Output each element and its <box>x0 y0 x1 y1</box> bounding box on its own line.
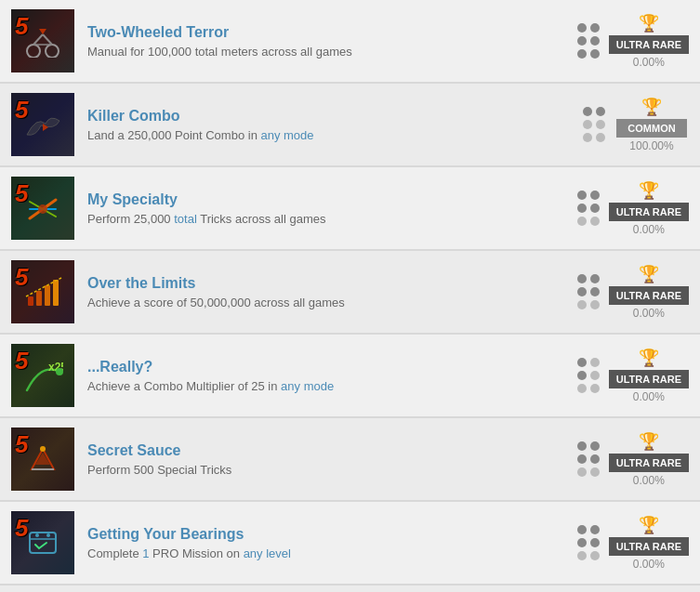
rarity-percent: 0.00% <box>633 558 665 571</box>
svg-point-13 <box>56 368 63 375</box>
badge-container: 🏆 COMMON 100.00% <box>614 97 689 152</box>
dot-4 <box>577 384 587 393</box>
svg-point-19 <box>46 533 50 537</box>
achievement-text-over-the-limits: Over the Limits Achieve a score of 50,00… <box>87 275 577 309</box>
dot-2 <box>577 371 587 380</box>
achievement-row-really[interactable]: 5 x25 ...Really? Achieve a Combo Multipl… <box>0 335 700 418</box>
dot-1 <box>590 191 600 200</box>
dot-0 <box>577 525 587 534</box>
dot-2 <box>583 120 592 129</box>
achievement-right-getting-your-bearings: 🏆 ULTRA RARE 0.00% <box>577 515 689 571</box>
achievement-icon-killer-combo: 5 <box>11 93 74 156</box>
achievement-row-over-the-limits[interactable]: 5 Over the Limits Achieve a score of 50,… <box>0 251 700 335</box>
dot-5 <box>590 551 600 560</box>
achievement-icon-really: 5 x25 <box>11 344 74 407</box>
dot-1 <box>590 525 600 534</box>
dot-3 <box>590 538 600 547</box>
svg-rect-8 <box>36 291 42 306</box>
achievement-right-really: 🏆 ULTRA RARE 0.00% <box>577 348 689 403</box>
achievement-desc: Perform 500 Special Tricks <box>87 463 577 477</box>
dot-4 <box>577 551 587 560</box>
achievement-row-getting-your-bearings[interactable]: 5 Getting Your Bearings Complete 1 PRO M… <box>0 502 700 585</box>
dot-0 <box>577 23 587 33</box>
svg-point-1 <box>46 45 59 58</box>
achievement-desc: Achieve a score of 50,000,000 across all… <box>87 296 577 309</box>
dot-4 <box>577 467 587 477</box>
rarity-percent: 0.00% <box>633 56 665 69</box>
svg-point-14 <box>40 446 46 452</box>
badge-container: 🏆 ULTRA RARE 0.00% <box>609 180 689 236</box>
dot-2 <box>577 204 587 213</box>
icon-number: 5 <box>15 430 28 459</box>
svg-rect-9 <box>45 285 50 306</box>
dot-2 <box>577 454 587 464</box>
rarity-badge: ULTRA RARE <box>609 370 689 388</box>
achievement-row-two-wheeled-terror[interactable]: 5 Two-Wheeled Terror Manual for 100,000 … <box>0 0 700 84</box>
achievement-title: Getting Your Bearings <box>87 526 577 543</box>
dots-grid <box>577 191 600 226</box>
svg-marker-5 <box>39 29 46 34</box>
rarity-badge: ULTRA RARE <box>609 35 689 54</box>
dot-0 <box>577 358 587 367</box>
trophy-icon: 🏆 <box>639 180 659 201</box>
achievement-desc: Perform 25,000 total Tricks across all g… <box>87 212 577 226</box>
dot-3 <box>596 120 605 129</box>
rarity-badge: COMMON <box>616 119 687 138</box>
dots-grid <box>577 23 600 59</box>
badge-container: 🏆 ULTRA RARE 0.00% <box>609 348 689 403</box>
dot-5 <box>590 217 600 226</box>
badge-container: 🏆 ULTRA RARE 0.00% <box>609 264 689 320</box>
dot-5 <box>596 133 605 142</box>
achievement-right-secret-sauce: 🏆 ULTRA RARE 0.00% <box>577 431 689 487</box>
achievement-text-really: ...Really? Achieve a Combo Multiplier of… <box>87 359 577 393</box>
badge-container: 🏆 ULTRA RARE 0.00% <box>609 13 689 69</box>
rarity-percent: 0.00% <box>633 307 665 320</box>
achievement-row-secret-sauce[interactable]: 5 Secret Sauce Perform 500 Special Trick… <box>0 418 700 502</box>
dot-4 <box>577 49 587 59</box>
achievement-icon-my-specialty: 5 <box>11 177 74 240</box>
achievement-text-two-wheeled-terror: Two-Wheeled Terror Manual for 100,000 to… <box>87 24 577 59</box>
dot-0 <box>577 191 587 200</box>
achievement-desc: Complete 1 PRO Mission on any level <box>87 546 577 560</box>
dots-grid <box>577 274 600 309</box>
dot-4 <box>577 300 587 309</box>
achievement-text-getting-your-bearings: Getting Your Bearings Complete 1 PRO Mis… <box>87 526 577 560</box>
achievement-icon-getting-your-bearings: 5 <box>11 511 74 574</box>
achievement-text-secret-sauce: Secret Sauce Perform 500 Special Tricks <box>87 442 577 477</box>
dot-2 <box>577 538 587 547</box>
achievement-desc: Manual for 100,000 total meters across a… <box>87 45 577 59</box>
icon-number: 5 <box>15 96 28 125</box>
achievement-text-my-specialty: My Specialty Perform 25,000 total Tricks… <box>87 191 577 226</box>
achievement-desc: Achieve a Combo Multiplier of 25 in any … <box>87 379 577 393</box>
dot-4 <box>577 217 587 226</box>
dot-3 <box>590 204 600 213</box>
icon-number: 5 <box>15 263 28 292</box>
trophy-icon: 🏆 <box>639 431 659 452</box>
dots-grid <box>577 441 600 477</box>
svg-point-0 <box>27 45 40 58</box>
rarity-badge: ULTRA RARE <box>609 286 689 305</box>
achievement-row-wheres-my-contract[interactable]: 5 PRO Where's My Contract? Complete all … <box>0 585 700 592</box>
trophy-icon: 🏆 <box>641 97 662 117</box>
dot-4 <box>583 133 592 142</box>
achievement-row-killer-combo[interactable]: 5 Killer Combo Land a 250,000 Point Comb… <box>0 84 700 167</box>
svg-rect-16 <box>30 533 56 553</box>
dot-5 <box>590 300 600 309</box>
achievement-list: 5 Two-Wheeled Terror Manual for 100,000 … <box>0 0 700 592</box>
dot-1 <box>590 441 600 451</box>
achievement-title: Killer Combo <box>87 108 583 125</box>
dot-1 <box>596 107 605 116</box>
rarity-percent: 100.00% <box>629 139 673 152</box>
dots-grid <box>577 358 600 393</box>
badge-container: 🏆 ULTRA RARE 0.00% <box>609 515 689 571</box>
achievement-title: Two-Wheeled Terror <box>87 24 577 41</box>
dot-3 <box>590 36 600 46</box>
achievement-right-my-specialty: 🏆 ULTRA RARE 0.00% <box>577 180 689 236</box>
rarity-badge: ULTRA RARE <box>609 203 689 221</box>
trophy-icon: 🏆 <box>639 13 659 33</box>
rarity-badge: ULTRA RARE <box>609 454 689 472</box>
dot-3 <box>590 371 600 380</box>
achievement-row-my-specialty[interactable]: 5 My Specialty Perform 25,000 total Tric… <box>0 167 700 251</box>
dot-1 <box>590 274 600 283</box>
achievement-right-killer-combo: 🏆 COMMON 100.00% <box>583 97 689 152</box>
